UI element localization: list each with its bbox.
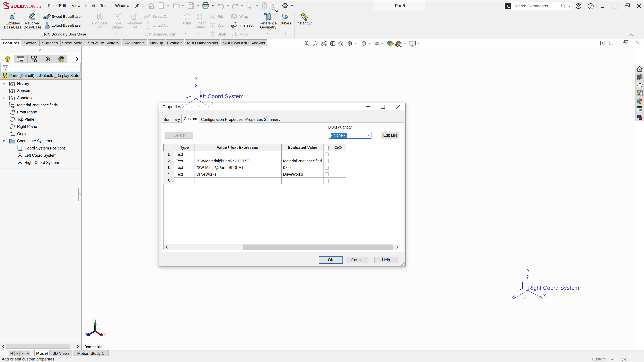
svg-text:Y: Y	[94, 318, 97, 323]
svg-text:SOLIDWORKS: SOLIDWORKS	[10, 4, 42, 9]
svg-text:Y: Y	[526, 268, 530, 273]
svg-text:Z: Z	[180, 103, 183, 108]
svg-text:Left Coord System: Left Coord System	[196, 93, 244, 99]
svg-text:Z: Z	[85, 333, 88, 337]
svg-text:?: ?	[590, 4, 592, 8]
svg-text:Right Coord System: Right Coord System	[528, 285, 579, 291]
svg-text:A: A	[11, 97, 14, 100]
svg-text:X: X	[211, 101, 214, 106]
svg-text:X: X	[103, 333, 106, 337]
svg-text:Y: Y	[194, 76, 198, 81]
svg-text:X: X	[543, 293, 546, 298]
svg-text:Z: Z	[512, 294, 515, 299]
